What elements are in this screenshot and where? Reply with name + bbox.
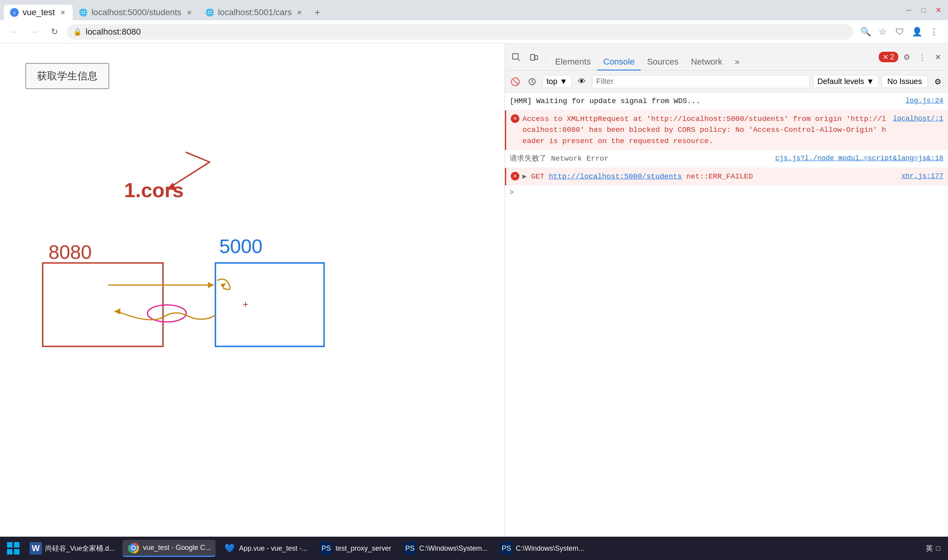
tab-close-2[interactable]: ✕ bbox=[185, 9, 193, 16]
tab-network[interactable]: Network bbox=[685, 54, 729, 70]
back-button[interactable]: ← bbox=[6, 24, 22, 40]
taskbar-item-terminal1[interactable]: PS test_proxy_server bbox=[315, 540, 396, 557]
context-dropdown-icon: ▼ bbox=[560, 77, 568, 86]
context-selector[interactable]: top ▼ bbox=[542, 75, 572, 88]
expand-arrow[interactable]: ▶ bbox=[522, 173, 527, 180]
svg-text:5000: 5000 bbox=[219, 236, 263, 257]
chrome-icon bbox=[127, 542, 140, 554]
preserve-log-button[interactable] bbox=[525, 75, 539, 89]
tab-favicon-1: v bbox=[10, 8, 19, 17]
svg-marker-14 bbox=[221, 283, 226, 288]
terminal2-icon: PS bbox=[404, 542, 416, 555]
lock-icon: 🔒 bbox=[73, 28, 82, 36]
start-button[interactable] bbox=[5, 540, 22, 557]
tab-sources[interactable]: Sources bbox=[641, 54, 685, 70]
taskbar-item-terminal3[interactable]: PS C:\Windows\System... bbox=[496, 540, 589, 557]
taskbar-item-chrome-label: vue_test - Google C... bbox=[143, 544, 211, 552]
address-text: localhost:8080 bbox=[86, 27, 847, 37]
svg-rect-28 bbox=[14, 549, 19, 555]
taskbar-item-vscode-label: App.vue - vue_test -... bbox=[239, 544, 307, 553]
tab-students[interactable]: 🌐 localhost:5000/students ✕ bbox=[73, 5, 199, 20]
new-tab-button[interactable]: + bbox=[310, 5, 325, 20]
tab-elements[interactable]: Elements bbox=[549, 54, 597, 70]
console-message-4: ✕ ▶ GET http://localhost:5000/students n… bbox=[505, 168, 948, 186]
tab-more[interactable]: » bbox=[729, 54, 746, 70]
svg-text:+: + bbox=[243, 299, 249, 310]
taskbar-notification: □ bbox=[936, 544, 940, 553]
device-toggle-button[interactable] bbox=[526, 49, 542, 65]
eye-button[interactable]: 👁 bbox=[575, 75, 589, 89]
console-message-3-source[interactable]: cjs.js?l./node_modul…=script&lang=js&:18 bbox=[775, 153, 943, 164]
taskbar-item-chrome[interactable]: vue_test - Google C... bbox=[123, 540, 216, 557]
error-icon-2: ✕ bbox=[511, 172, 519, 180]
console-message-2: ✕ Access to XMLHttpRequest at 'http://lo… bbox=[505, 110, 948, 150]
devtools-toolbar: Elements Console Sources Network » bbox=[505, 44, 948, 71]
console-message-2-source[interactable]: localhost/:1 bbox=[893, 114, 943, 124]
menu-button[interactable]: ⋮ bbox=[926, 24, 942, 40]
taskbar-item-terminal3-label: C:\Windows\System... bbox=[516, 544, 584, 553]
profile-button[interactable]: 👤 bbox=[909, 24, 925, 40]
svg-line-3 bbox=[167, 162, 210, 189]
forward-button[interactable]: → bbox=[26, 24, 42, 40]
tab-title-3: localhost:5001/cars bbox=[218, 7, 292, 18]
devtools-more-button[interactable]: ⋮ bbox=[915, 50, 929, 64]
taskbar-item-terminal2[interactable]: PS C:\Windows\System... bbox=[399, 540, 492, 557]
window-controls: ─ □ ✕ bbox=[903, 4, 944, 16]
get-url-link[interactable]: http://localhost:5000/students bbox=[549, 172, 682, 181]
svg-rect-21 bbox=[535, 56, 538, 60]
taskbar-item-word-label: 尚硅谷_Vue全家桶.d... bbox=[45, 544, 115, 553]
nav-bar: ← → ↻ 🔒 localhost:8080 🔍 ☆ 🛡 👤 ⋮ bbox=[0, 20, 948, 44]
log-levels-dropdown[interactable]: Default levels ▼ bbox=[813, 75, 878, 88]
minimize-button[interactable]: ─ bbox=[903, 4, 915, 16]
search-button[interactable]: 🔍 bbox=[858, 24, 873, 40]
devtools-settings-button[interactable]: ⚙ bbox=[900, 50, 914, 64]
toolbar-divider-1 bbox=[545, 52, 546, 63]
console-messages: [HMR] Waiting for update signal from WDS… bbox=[505, 93, 948, 537]
tab-close-1[interactable]: ✕ bbox=[59, 9, 67, 16]
taskbar-item-vscode[interactable]: 💙 App.vue - vue_test -... bbox=[219, 540, 312, 557]
taskbar-lang: 英 bbox=[926, 544, 933, 553]
svg-line-4 bbox=[186, 152, 210, 162]
tab-title-2: localhost:5000/students bbox=[91, 7, 181, 18]
svg-line-24 bbox=[532, 82, 534, 83]
svg-rect-25 bbox=[7, 542, 12, 548]
console-message-1-text: [HMR] Waiting for update signal from WDS… bbox=[510, 96, 902, 107]
content-area: 获取学生信息 1.cors 8080 5000 bbox=[0, 44, 948, 537]
devtools-tabs: Elements Console Sources Network » bbox=[549, 44, 746, 70]
console-filter-input[interactable] bbox=[592, 75, 810, 88]
tab-cars[interactable]: 🌐 localhost:5001/cars ✕ bbox=[199, 5, 310, 20]
tab-vue-test[interactable]: v vue_test ✕ bbox=[4, 5, 73, 20]
svg-rect-26 bbox=[14, 542, 19, 548]
console-message-4-source[interactable]: xhr.js:177 bbox=[901, 171, 943, 182]
extension-button[interactable]: 🛡 bbox=[892, 24, 908, 40]
svg-marker-11 bbox=[208, 282, 214, 288]
no-issues-button[interactable]: No Issues bbox=[881, 75, 928, 88]
console-toolbar: 🚫 top ▼ 👁 bbox=[505, 71, 948, 93]
inspect-element-button[interactable] bbox=[508, 49, 524, 65]
maximize-button[interactable]: □ bbox=[918, 4, 929, 16]
tab-close-3[interactable]: ✕ bbox=[296, 9, 303, 16]
get-students-button[interactable]: 获取学生信息 bbox=[25, 63, 109, 89]
vscode-icon: 💙 bbox=[223, 542, 236, 555]
clear-console-button[interactable]: 🚫 bbox=[508, 75, 522, 89]
terminal1-icon: PS bbox=[320, 542, 333, 555]
svg-rect-18 bbox=[513, 54, 518, 59]
svg-marker-16 bbox=[114, 308, 120, 315]
svg-text:1.cors: 1.cors bbox=[124, 179, 184, 201]
devtools-right-controls: ✕ 2 ⚙ ⋮ ✕ bbox=[879, 50, 945, 64]
console-message-1-source[interactable]: log.js:24 bbox=[906, 96, 943, 106]
svg-text:8080: 8080 bbox=[49, 242, 92, 263]
taskbar-item-terminal1-label: test_proxy_server bbox=[336, 544, 391, 553]
bookmark-button[interactable]: ☆ bbox=[875, 24, 890, 40]
svg-point-31 bbox=[132, 546, 135, 550]
taskbar-item-word[interactable]: W 尚硅谷_Vue全家桶.d... bbox=[25, 540, 119, 557]
refresh-button[interactable]: ↻ bbox=[47, 24, 62, 40]
close-button[interactable]: ✕ bbox=[932, 4, 944, 16]
console-settings-button[interactable]: ⚙ bbox=[931, 75, 945, 89]
taskbar-item-terminal2-label: C:\Windows\System... bbox=[419, 544, 488, 553]
svg-marker-5 bbox=[167, 183, 177, 191]
tab-console[interactable]: Console bbox=[597, 54, 641, 70]
devtools-close-button[interactable]: ✕ bbox=[931, 50, 945, 64]
address-bar[interactable]: 🔒 localhost:8080 bbox=[67, 24, 853, 40]
error-count-badge: ✕ 2 bbox=[879, 52, 898, 62]
